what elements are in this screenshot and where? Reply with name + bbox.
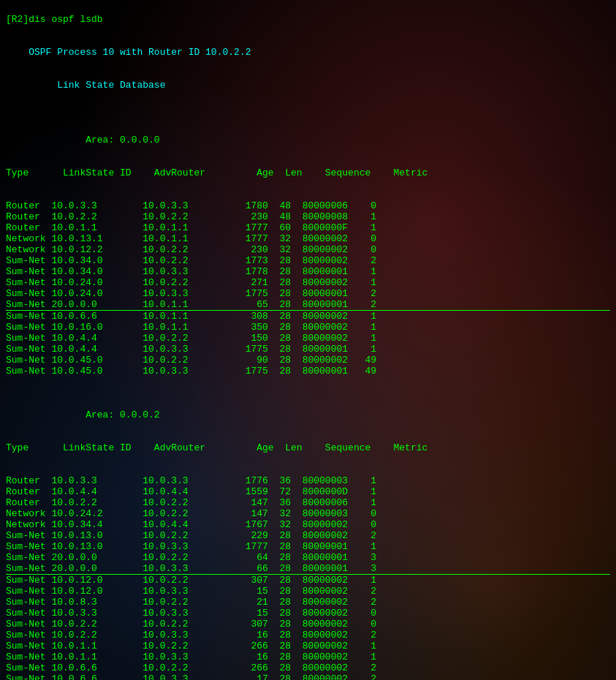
title-line-2: Link State Database <box>6 80 165 91</box>
table-row: Sum-Net 10.0.2.2 10.0.2.2 307 28 8000000… <box>6 619 610 630</box>
table-row: Network 10.0.24.2 10.0.2.2 147 32 800000… <box>6 508 610 519</box>
table-row: Sum-Net 10.0.12.0 10.0.2.2 307 28 800000… <box>6 575 610 586</box>
table-row: Sum-Net 10.0.3.3 10.0.3.3 15 28 80000002… <box>6 608 610 619</box>
table-row: Sum-Net 10.0.34.0 10.0.3.3 1778 28 80000… <box>6 266 610 277</box>
area2-columns: Type LinkState ID AdvRouter Age Len Sequ… <box>6 442 427 453</box>
table-row: Router 10.0.2.2 10.0.2.2 230 48 80000008… <box>6 211 610 222</box>
table-row: Sum-Net 10.0.12.0 10.0.3.3 15 28 8000000… <box>6 586 610 597</box>
table-row: Router 10.0.3.3 10.0.3.3 1780 48 8000000… <box>6 200 610 211</box>
table-row: Router 10.0.2.2 10.0.2.2 147 36 80000006… <box>6 497 610 508</box>
table-row: Sum-Net 10.0.45.0 10.0.3.3 1775 28 80000… <box>6 366 610 377</box>
table-row: Network 10.0.12.2 10.0.2.2 230 32 800000… <box>6 244 610 255</box>
area2-label: Area: 0.0.0.2 <box>6 409 160 420</box>
table-row: Sum-Net 10.0.13.0 10.0.2.2 229 28 800000… <box>6 530 610 541</box>
table-row: Sum-Net 10.0.45.0 10.0.2.2 90 28 8000000… <box>6 355 610 366</box>
table-row: Sum-Net 10.0.24.0 10.0.3.3 1775 28 80000… <box>6 288 610 299</box>
table-row: Sum-Net 10.0.6.6 10.0.2.2 266 28 8000000… <box>6 662 610 673</box>
table-row: Sum-Net 10.0.8.3 10.0.2.2 21 28 80000002… <box>6 597 610 608</box>
table-row: Sum-Net 20.0.0.0 10.0.3.3 66 28 80000001… <box>6 563 610 575</box>
prompt-line: [R2]dis ospf lsdb <box>6 14 103 25</box>
table-row: Router 10.0.1.1 10.0.1.1 1777 60 8000000… <box>6 222 610 233</box>
area1-columns: Type LinkState ID AdvRouter Age Len Sequ… <box>6 167 427 178</box>
title-line-1: OSPF Process 10 with Router ID 10.0.2.2 <box>6 47 251 58</box>
table-row: Sum-Net 10.0.1.1 10.0.3.3 16 28 80000002… <box>6 651 610 662</box>
area1-label: Area: 0.0.0.0 <box>6 135 160 146</box>
table-row: Sum-Net 10.0.13.0 10.0.3.3 1777 28 80000… <box>6 541 610 552</box>
table-row: Router 10.0.4.4 10.0.4.4 1559 72 8000000… <box>6 486 610 497</box>
table-row: Sum-Net 20.0.0.0 10.0.1.1 65 28 80000001… <box>6 299 610 311</box>
table-row: Sum-Net 10.0.4.4 10.0.3.3 1775 28 800000… <box>6 344 610 355</box>
area2-rows: Router 10.0.3.3 10.0.3.3 1776 36 8000000… <box>6 475 610 680</box>
table-row: Sum-Net 10.0.1.1 10.0.2.2 266 28 8000000… <box>6 641 610 651</box>
table-row: Sum-Net 10.0.24.0 10.0.2.2 271 28 800000… <box>6 277 610 288</box>
table-row: Sum-Net 10.0.4.4 10.0.2.2 150 28 8000000… <box>6 333 610 344</box>
table-row: Network 10.0.34.4 10.0.4.4 1767 32 80000… <box>6 519 610 530</box>
table-row: Sum-Net 10.0.16.0 10.0.1.1 350 28 800000… <box>6 322 610 333</box>
table-row: Router 10.0.3.3 10.0.3.3 1776 36 8000000… <box>6 475 610 486</box>
table-row: Sum-Net 10.0.6.6 10.0.3.3 17 28 80000002… <box>6 673 610 680</box>
table-row: Network 10.0.13.1 10.0.1.1 1777 32 80000… <box>6 233 610 244</box>
table-row: Sum-Net 10.0.6.6 10.0.1.1 308 28 8000000… <box>6 311 610 322</box>
table-row: Sum-Net 10.0.34.0 10.0.2.2 1773 28 80000… <box>6 255 610 266</box>
table-row: Sum-Net 20.0.0.0 10.0.2.2 64 28 80000001… <box>6 552 610 563</box>
terminal: [R2]dis ospf lsdb OSPF Process 10 with R… <box>0 0 616 680</box>
table-row: Sum-Net 10.0.2.2 10.0.3.3 16 28 80000002… <box>6 630 610 641</box>
area1-rows: Router 10.0.3.3 10.0.3.3 1780 48 8000000… <box>6 200 610 377</box>
